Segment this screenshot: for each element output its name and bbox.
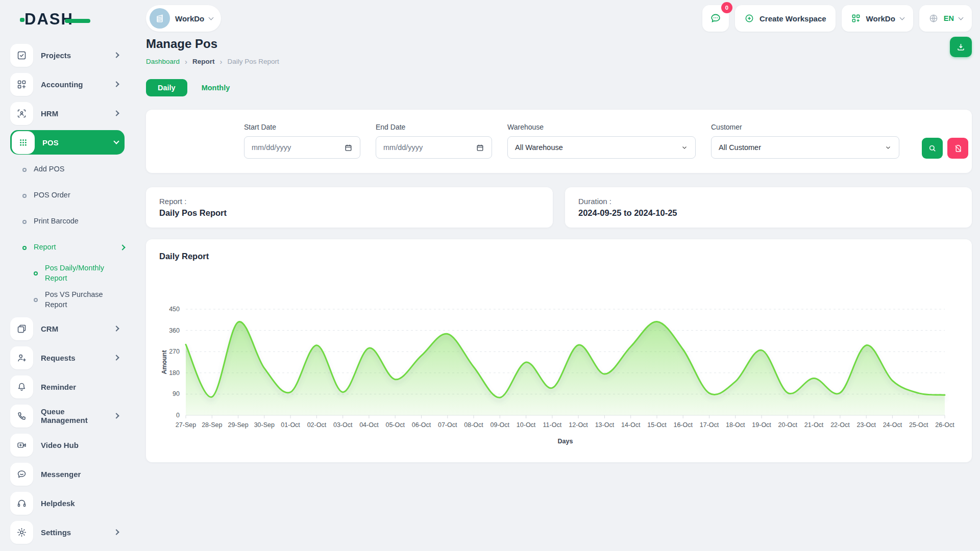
- warehouse-field-group: Warehouse All Warehouse: [507, 123, 696, 159]
- duration-label: Duration :: [578, 197, 959, 206]
- sidebar-item-reminder[interactable]: Reminder: [10, 374, 125, 399]
- sidebar-item-label: Print Barcode: [34, 216, 79, 227]
- chevron-right-icon: ›: [185, 57, 187, 66]
- breadcrumb-dashboard[interactable]: Dashboard: [146, 58, 180, 65]
- end-date-input[interactable]: mm/dd/yyyy: [376, 136, 492, 159]
- user-plus-icon: [10, 346, 33, 369]
- svg-text:03-Oct: 03-Oct: [333, 421, 353, 429]
- svg-text:28-Sep: 28-Sep: [202, 421, 222, 429]
- sidebar-item-label: Add POS: [34, 164, 64, 174]
- company-menu-button[interactable]: WorkDo: [842, 5, 913, 32]
- start-date-input[interactable]: mm/dd/yyyy: [244, 136, 360, 159]
- sidebar-item-settings[interactable]: Settings: [10, 520, 125, 544]
- report-value: Daily Pos Report: [159, 208, 540, 218]
- customer-label: Customer: [711, 123, 899, 131]
- warehouse-label: Warehouse: [507, 123, 696, 131]
- filter-actions: [922, 138, 968, 159]
- daily-report-card: Daily Report 09018027036045027-Sep28-Sep…: [146, 239, 972, 462]
- svg-text:15-Oct: 15-Oct: [647, 421, 667, 429]
- headset-icon: [10, 492, 33, 515]
- breadcrumb-report[interactable]: Report: [192, 58, 215, 65]
- sidebar-item-pos[interactable]: POS: [10, 130, 125, 155]
- top-header: WorkDo 0 Create Workspace WorkDo EN: [134, 4, 972, 33]
- sidebar-item-crm[interactable]: CRM: [10, 316, 125, 341]
- duration-value: 2024-09-25 to 2024-10-25: [578, 208, 959, 218]
- svg-text:10-Oct: 10-Oct: [517, 421, 536, 429]
- dots-grid-icon: [12, 131, 35, 154]
- sidebar-item-label: Report: [34, 242, 56, 253]
- svg-text:24-Oct: 24-Oct: [883, 421, 902, 429]
- svg-text:12-Oct: 12-Oct: [569, 421, 588, 429]
- svg-text:04-Oct: 04-Oct: [359, 421, 379, 429]
- start-date-field-group: Start Date mm/dd/yyyy: [244, 123, 360, 159]
- sidebar-item-accounting[interactable]: Accounting: [10, 72, 125, 96]
- tab-daily[interactable]: Daily: [146, 79, 187, 96]
- chevron-right-icon: [113, 355, 119, 361]
- svg-text:16-Oct: 16-Oct: [673, 421, 693, 429]
- calendar-icon: [344, 143, 353, 152]
- daily-report-chart: 09018027036045027-Sep28-Sep29-Sep30-Sep0…: [159, 279, 959, 455]
- svg-text:180: 180: [169, 369, 180, 377]
- sidebar-item-pos-daily-monthly-report[interactable]: Pos Daily/Monthly Report: [10, 263, 125, 283]
- tab-monthly[interactable]: Monthly: [202, 84, 230, 92]
- sidebar-item-label: Queue Management: [41, 407, 107, 424]
- sidebar-item-hrm[interactable]: HRM: [10, 101, 125, 126]
- breadcrumb: Dashboard › Report › Daily Pos Report: [146, 57, 279, 66]
- report-label: Report :: [159, 197, 540, 206]
- messages-button[interactable]: 0: [702, 5, 729, 32]
- breadcrumb-current: Daily Pos Report: [228, 58, 279, 65]
- sidebar-item-pos-order[interactable]: POS Order: [10, 185, 125, 206]
- sidebar-item-queue-management[interactable]: Queue Management: [10, 404, 125, 428]
- language-selector[interactable]: EN: [919, 5, 972, 32]
- sidebar-item-helpdesk[interactable]: Helpdesk: [10, 491, 125, 515]
- sidebar-item-report[interactable]: Report: [10, 237, 125, 258]
- sidebar-item-requests[interactable]: Requests: [10, 345, 125, 370]
- sidebar-item-video-hub[interactable]: Video Hub: [10, 433, 125, 457]
- svg-text:360: 360: [169, 327, 180, 334]
- logo-bar-icon: [65, 19, 90, 23]
- workspace-switcher[interactable]: WorkDo: [146, 5, 221, 32]
- svg-text:Days: Days: [558, 438, 573, 445]
- chevron-down-icon: [113, 138, 119, 144]
- chevron-right-icon: [113, 81, 119, 87]
- customer-select[interactable]: All Customer: [711, 136, 899, 159]
- start-date-label: Start Date: [244, 123, 360, 131]
- app-logo[interactable]: DASH: [24, 3, 125, 36]
- warehouse-select[interactable]: All Warehouse: [507, 136, 696, 159]
- bullet-icon: [22, 168, 27, 172]
- sidebar-item-projects[interactable]: Projects: [10, 43, 125, 67]
- bell-icon: [10, 375, 33, 398]
- sidebar-item-label: HRM: [41, 109, 58, 118]
- report-summary-card: Report : Daily Pos Report: [146, 187, 553, 228]
- sidebar-item-label: POS Order: [34, 190, 70, 201]
- chevron-down-icon: [885, 144, 892, 151]
- svg-text:01-Oct: 01-Oct: [281, 421, 300, 429]
- download-icon: [956, 42, 966, 52]
- sidebar: DASH Projects Accounting HRM POS Add POS…: [0, 0, 134, 551]
- sidebar-item-print-barcode[interactable]: Print Barcode: [10, 211, 125, 232]
- user-scan-icon: [10, 102, 33, 125]
- language-label: EN: [944, 14, 954, 22]
- chevron-down-icon: [681, 144, 688, 151]
- search-icon: [928, 144, 937, 153]
- bullet-icon: [22, 220, 27, 224]
- sidebar-item-add-pos[interactable]: Add POS: [10, 159, 125, 180]
- building-icon: [150, 8, 170, 29]
- svg-text:05-Oct: 05-Oct: [385, 421, 405, 429]
- sidebar-item-pos-vs-purchase-report[interactable]: Pos VS Purchase Report: [10, 290, 125, 310]
- page-title: Manage Pos: [146, 37, 279, 51]
- svg-text:19-Oct: 19-Oct: [752, 421, 771, 429]
- reset-filter-button[interactable]: [947, 138, 968, 159]
- download-report-button[interactable]: [950, 37, 972, 57]
- apply-filter-button[interactable]: [922, 138, 943, 159]
- sidebar-item-messenger[interactable]: Messenger: [10, 462, 125, 486]
- create-workspace-button[interactable]: Create Workspace: [735, 5, 836, 32]
- customer-field-group: Customer All Customer: [711, 123, 899, 159]
- sidebar-item-label: Video Hub: [41, 441, 79, 449]
- svg-text:17-Oct: 17-Oct: [700, 421, 719, 429]
- grid-plus-icon: [851, 13, 861, 23]
- sidebar-item-label: Helpdesk: [41, 499, 75, 508]
- workspace-name: WorkDo: [175, 14, 204, 23]
- chevron-right-icon: [113, 326, 119, 332]
- message-bubble-icon: [10, 463, 33, 486]
